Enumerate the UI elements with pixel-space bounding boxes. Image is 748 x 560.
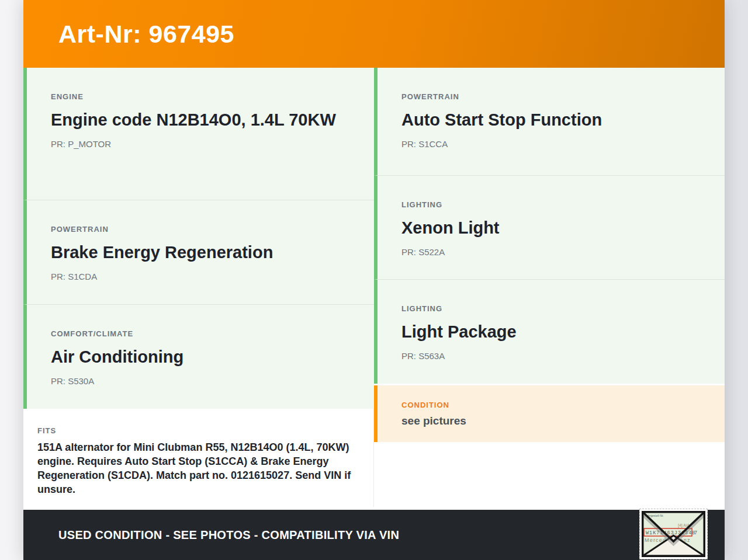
right-column: POWERTRAIN Auto Start Stop Function PR: … bbox=[374, 68, 725, 510]
condition-label: CONDITION bbox=[401, 401, 701, 409]
card-category: LIGHTING bbox=[401, 200, 701, 209]
card-title: Engine code N12B14O0, 1.4L 70KW bbox=[51, 107, 337, 132]
card-category: COMFORT/CLIMATE bbox=[51, 329, 351, 338]
card-title: Light Package bbox=[401, 319, 701, 344]
footer-notice: USED CONDITION - SEE PHOTOS - COMPATIBIL… bbox=[58, 528, 399, 542]
card-pr-code: PR: S1CCA bbox=[401, 139, 701, 149]
card-pr-code: PR: S522A bbox=[401, 247, 701, 257]
spec-card-engine: ENGINE Engine code N12B14O0, 1.4L 70KW P… bbox=[23, 68, 374, 200]
vin-envelope-image: Fahrgestell-Nr. [4] AiA W1K71463J31348 7… bbox=[639, 509, 708, 559]
card-title: Brake Energy Regeneration bbox=[51, 240, 351, 265]
spec-card-brake-energy: POWERTRAIN Brake Energy Regeneration PR:… bbox=[23, 200, 374, 304]
spec-card-xenon-light: LIGHTING Xenon Light PR: S522A bbox=[374, 175, 725, 279]
left-column: ENGINE Engine code N12B14O0, 1.4L 70KW P… bbox=[23, 68, 374, 510]
card-category: ENGINE bbox=[51, 92, 351, 101]
card-title: Xenon Light bbox=[401, 215, 701, 240]
condition-value: see pictures bbox=[401, 415, 701, 427]
card-category: POWERTRAIN bbox=[401, 92, 701, 101]
spec-card-light-package: LIGHTING Light Package PR: S563A bbox=[374, 279, 725, 384]
condition-card: CONDITION see pictures bbox=[374, 385, 725, 442]
vin-suffix: 7 bbox=[694, 530, 697, 536]
fits-label: FITS bbox=[37, 426, 358, 435]
spec-card-auto-start-stop: POWERTRAIN Auto Start Stop Function PR: … bbox=[374, 68, 725, 175]
card-category: LIGHTING bbox=[401, 304, 701, 313]
card-title: Air Conditioning bbox=[51, 345, 351, 369]
card-pr-code: PR: S563A bbox=[401, 351, 701, 361]
card-pr-code: PR: S1CDA bbox=[51, 272, 351, 281]
card-title: Auto Start Stop Function bbox=[401, 107, 701, 132]
fits-card: FITS 151A alternator for Mini Clubman R5… bbox=[23, 409, 374, 507]
fits-description: 151A alternator for Mini Clubman R55, N1… bbox=[37, 440, 358, 496]
card-pr-code: PR: S530A bbox=[51, 376, 351, 386]
header-banner: Art-Nr: 967495 bbox=[23, 0, 725, 68]
card-category: POWERTRAIN bbox=[51, 225, 351, 234]
spec-columns: ENGINE Engine code N12B14O0, 1.4L 70KW P… bbox=[23, 68, 725, 510]
page-title: Art-Nr: 967495 bbox=[58, 20, 234, 48]
spec-card-air-conditioning: COMFORT/CLIMATE Air Conditioning PR: S53… bbox=[23, 304, 374, 409]
listing-page: Art-Nr: 967495 ENGINE Engine code N12B14… bbox=[23, 0, 725, 560]
footer-bar: USED CONDITION - SEE PHOTOS - COMPATIBIL… bbox=[23, 510, 725, 560]
card-pr-code: PR: P_MOTOR bbox=[51, 139, 351, 149]
envelope-icon: Fahrgestell-Nr. [4] AiA W1K71463J31348 7… bbox=[642, 511, 705, 557]
